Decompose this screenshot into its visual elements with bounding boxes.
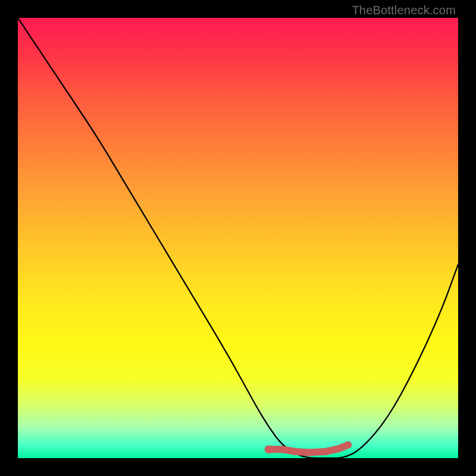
svg-point-3 [305,449,312,456]
svg-point-1 [278,446,286,453]
chart-frame: TheBottleneck.com [0,0,476,476]
svg-point-0 [265,445,273,453]
plot-area [18,18,458,458]
svg-point-4 [322,448,330,455]
bottleneck-curve [18,18,458,458]
svg-point-5 [336,445,343,452]
svg-point-2 [292,448,299,455]
watermark-text: TheBottleneck.com [352,4,456,17]
optimal-range-marker [265,441,352,456]
svg-point-6 [345,441,352,449]
